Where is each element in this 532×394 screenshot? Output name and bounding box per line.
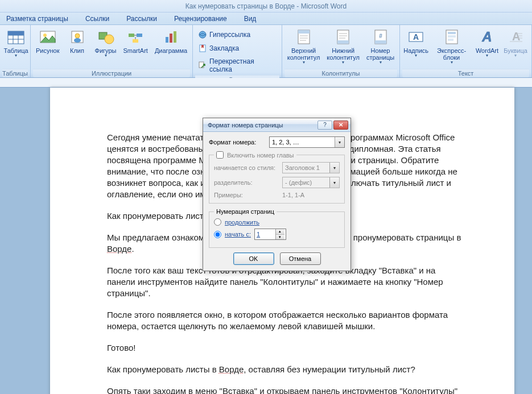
startat-input[interactable] — [255, 229, 275, 239]
group-tables: Таблица ▾ Таблицы — [0, 25, 31, 77]
tab-mailings[interactable]: Рассылки — [123, 13, 160, 24]
textbox-icon: A — [407, 28, 425, 46]
dialog-titlebar[interactable]: Формат номера страницы ? ✕ — [203, 118, 350, 132]
starts-style-value: Заголовок 1 — [285, 164, 320, 171]
continue-radio[interactable] — [214, 218, 221, 226]
ruler[interactable] — [0, 78, 532, 88]
chevron-down-icon: ▾ — [415, 53, 417, 58]
dropcap-icon: A — [506, 28, 525, 46]
pagenum-icon: # — [372, 28, 390, 46]
para-7[interactable]: Как пронумеровать листы в Ворде, оставля… — [107, 364, 462, 375]
svg-rect-42 — [448, 35, 456, 38]
chevron-down-icon: ▾ — [329, 177, 339, 188]
spin-down-button[interactable]: ▾ — [276, 235, 284, 240]
table-button[interactable]: Таблица ▾ — [2, 26, 30, 60]
chevron-down-icon: ▾ — [329, 163, 339, 173]
chevron-down-icon: ▾ — [303, 60, 305, 65]
smartart-button[interactable]: SmartArt — [121, 26, 151, 56]
help-button[interactable]: ? — [317, 121, 332, 130]
svg-point-10 — [74, 38, 81, 43]
startat-label[interactable]: начать с: — [225, 231, 251, 238]
dropcap-button[interactable]: A Буквица ▾ — [502, 26, 529, 60]
crossref-icon — [198, 61, 207, 70]
window-title: Как нумеровать страницы в Ворде - Micros… — [0, 0, 532, 13]
separator-label: разделитель: — [214, 179, 282, 186]
picture-button[interactable]: Рисунок — [33, 26, 63, 56]
numbering-fieldset: Нумерация страниц продолжить начать с: ▴… — [209, 208, 345, 248]
quickparts-button[interactable]: Экспресс-блоки ▾ — [431, 26, 472, 67]
footer-icon — [334, 28, 352, 46]
separator-combo: - (дефис) ▾ — [282, 177, 340, 188]
group-illustrations-label: Иллюстрации — [33, 69, 190, 77]
chevron-down-icon: ▾ — [15, 53, 17, 58]
bookmark-icon — [198, 44, 207, 53]
quickparts-label: Экспресс-блоки — [434, 47, 469, 61]
ok-button[interactable]: OK — [233, 252, 274, 265]
clip-button[interactable]: Клип — [64, 26, 91, 56]
textbox-button[interactable]: A Надпись ▾ — [402, 26, 430, 60]
svg-point-9 — [75, 34, 80, 38]
pagenum-button[interactable]: # Номер страницы ▾ — [364, 26, 397, 67]
clip-label: Клип — [70, 47, 84, 54]
startat-radio[interactable] — [214, 231, 221, 238]
ribbon: Таблица ▾ Таблицы Рисунок Клип — [0, 25, 532, 78]
para-8[interactable]: Опять таки заходим в меню "Вставка" и от… — [107, 385, 462, 394]
svg-rect-15 — [133, 39, 138, 43]
include-chapter-label: Включить номер главы — [227, 152, 294, 159]
tab-review[interactable]: Рецензирование — [171, 13, 230, 24]
tab-page-layout[interactable]: Разметка страницы — [3, 13, 72, 24]
svg-rect-13 — [129, 34, 134, 37]
footer-button[interactable]: Нижний колонтитул ▾ — [324, 26, 362, 67]
para-5[interactable]: После этого появляется окно, в котором о… — [107, 309, 462, 332]
pagenum-label: Номер страницы — [366, 47, 394, 61]
footer-label: Нижний колонтитул — [327, 47, 360, 61]
svg-point-12 — [105, 35, 114, 44]
chevron-down-icon[interactable]: ▾ — [335, 137, 344, 147]
para-6[interactable]: Готово! — [107, 342, 462, 354]
group-text: A Надпись ▾ Экспресс-блоки ▾ A WordArt ▾… — [400, 25, 532, 77]
number-format-value: 1, 2, 3, … — [272, 139, 299, 146]
group-headerfooter: Верхний колонтитул ▾ Нижний колонтитул ▾… — [282, 25, 400, 77]
header-button[interactable]: Верхний колонтитул ▾ — [284, 26, 323, 67]
svg-text:A: A — [413, 32, 419, 42]
chevron-down-icon: ▾ — [105, 53, 107, 58]
bookmark-button[interactable]: Закладка — [195, 42, 279, 55]
number-format-label: Формат номера: — [209, 139, 266, 146]
cancel-button[interactable]: Отмена — [280, 252, 321, 265]
chevron-down-icon: ▾ — [380, 60, 382, 65]
include-chapter-checkbox[interactable] — [216, 151, 224, 159]
chevron-down-icon: ▾ — [486, 53, 488, 58]
svg-rect-41 — [448, 32, 456, 34]
number-format-combo[interactable]: 1, 2, 3, … ▾ — [269, 136, 345, 148]
startat-spinner[interactable]: ▴ ▾ — [254, 229, 286, 240]
crossref-label: Перекрестная ссылка — [209, 57, 277, 73]
header-icon — [295, 28, 313, 46]
svg-rect-31 — [337, 40, 349, 44]
wordart-button[interactable]: A WordArt ▾ — [473, 26, 501, 60]
crossref-button[interactable]: Перекрестная ссылка — [195, 56, 279, 75]
chart-button[interactable]: Диаграмма — [152, 26, 190, 56]
hyperlink-button[interactable]: Гиперссылка — [195, 28, 279, 41]
svg-rect-37 — [375, 40, 386, 44]
svg-rect-14 — [137, 34, 142, 37]
tab-view[interactable]: Вид — [241, 13, 260, 24]
group-text-label: Текст — [402, 69, 529, 77]
wordart-icon: A — [478, 28, 496, 46]
chevron-down-icon: ▾ — [342, 60, 344, 65]
continue-label[interactable]: продолжить — [225, 219, 259, 226]
shapes-button[interactable]: Фигуры ▾ — [92, 26, 119, 60]
table-icon — [7, 28, 25, 46]
bookmark-label: Закладка — [209, 44, 239, 52]
examples-value: 1-1, 1-A — [282, 192, 340, 198]
tab-references[interactable]: Ссылки — [82, 13, 113, 24]
chevron-down-icon: ▾ — [514, 53, 517, 58]
svg-text:A: A — [481, 29, 492, 44]
close-button[interactable]: ✕ — [333, 121, 348, 130]
chapter-fieldset: Включить номер главы начинается со стиля… — [209, 151, 345, 204]
group-illustrations: Рисунок Клип Фигуры ▾ SmartArt — [31, 25, 193, 77]
picture-label: Рисунок — [36, 47, 60, 54]
clip-icon — [68, 28, 86, 46]
svg-rect-26 — [298, 30, 310, 34]
spin-up-button[interactable]: ▴ — [276, 229, 284, 235]
svg-rect-5 — [8, 31, 24, 35]
